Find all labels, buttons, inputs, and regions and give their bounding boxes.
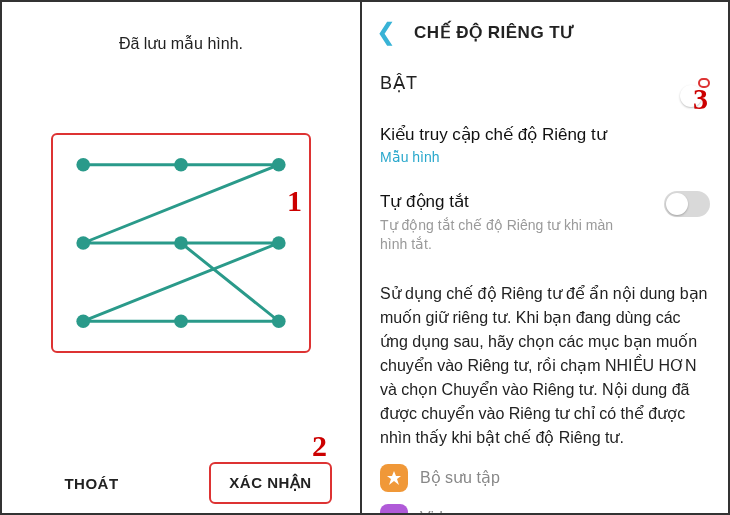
private-mode-settings: ❮ CHẾ ĐỘ RIÊNG TƯ BẬT 3 Kiểu truy cập ch… — [362, 2, 728, 513]
svg-point-8 — [272, 314, 286, 328]
svg-point-1 — [174, 158, 188, 172]
app-gallery-label: Bộ sưu tập — [420, 468, 500, 487]
svg-point-7 — [174, 314, 188, 328]
access-type-title: Kiểu truy cập chế độ Riêng tư — [380, 124, 710, 145]
app-gallery-row[interactable]: Bộ sưu tập — [362, 458, 728, 498]
gallery-icon — [380, 464, 408, 492]
svg-point-2 — [272, 158, 286, 172]
svg-point-5 — [272, 236, 286, 250]
access-type-row[interactable]: Kiểu truy cập chế độ Riêng tư Mẫu hình — [362, 110, 728, 175]
auto-off-title: Tự động tắt — [380, 191, 640, 212]
pattern-lock-screen: Đã lưu mẫu hình. 1 2 THOÁT XÁC NHẬN — [2, 2, 362, 513]
bottom-button-bar: THOÁT XÁC NHẬN — [2, 453, 360, 513]
annotation-1: 1 — [287, 184, 302, 218]
auto-off-toggle[interactable] — [664, 191, 710, 217]
exit-button-label: THOÁT — [64, 475, 118, 492]
confirm-button-label: XÁC NHẬN — [209, 462, 331, 504]
page-title: CHẾ ĐỘ RIÊNG TƯ — [414, 22, 576, 43]
app-video-row[interactable]: Video — [362, 498, 728, 515]
exit-button[interactable]: THOÁT — [2, 453, 181, 513]
svg-point-3 — [76, 236, 90, 250]
svg-point-6 — [76, 314, 90, 328]
access-type-value: Mẫu hình — [380, 149, 710, 165]
svg-point-0 — [76, 158, 90, 172]
auto-off-desc: Tự động tắt chế độ Riêng tư khi màn hình… — [380, 216, 640, 254]
svg-point-4 — [174, 236, 188, 250]
annotation-3: 3 — [693, 82, 708, 116]
pattern-svg — [73, 155, 289, 331]
pattern-grid[interactable] — [51, 133, 311, 353]
main-toggle-label: BẬT — [380, 72, 418, 94]
confirm-button[interactable]: XÁC NHẬN — [181, 453, 360, 513]
back-icon[interactable]: ❮ — [376, 18, 396, 46]
header-row: ❮ CHẾ ĐỘ RIÊNG TƯ — [362, 12, 728, 56]
video-icon — [380, 504, 408, 515]
private-mode-description: Sử dụng chế độ Riêng tư để ẩn nội dung b… — [362, 270, 728, 458]
app-video-label: Video — [420, 509, 461, 515]
toggle-knob — [666, 193, 688, 215]
pattern-saved-message: Đã lưu mẫu hình. — [2, 34, 360, 53]
main-toggle-row[interactable]: BẬT — [362, 56, 728, 110]
auto-off-row[interactable]: Tự động tắt Tự động tắt chế độ Riêng tư … — [362, 175, 728, 270]
